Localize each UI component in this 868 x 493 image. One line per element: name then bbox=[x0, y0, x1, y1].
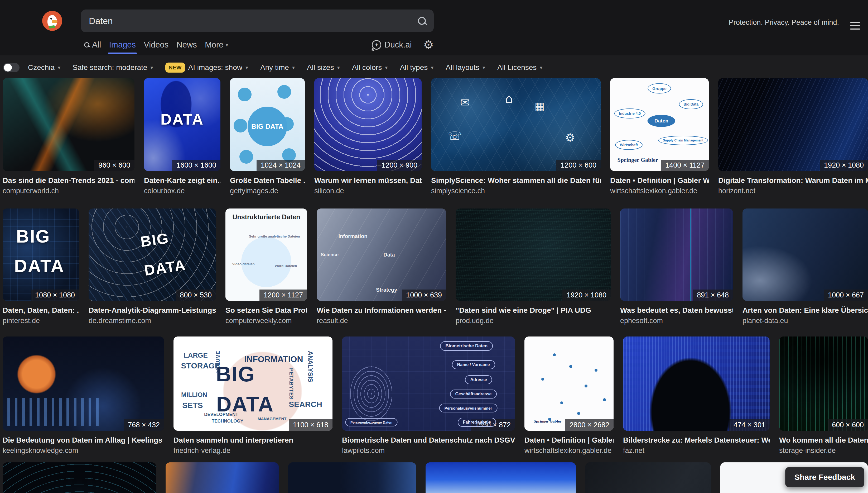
result-thumbnail[interactable] bbox=[585, 463, 711, 493]
filter-any-time[interactable]: Any time▾ bbox=[260, 63, 295, 72]
result-domain[interactable]: gettyimages.de bbox=[230, 187, 305, 195]
result-thumbnail[interactable]: BIGDATA800 × 530 bbox=[89, 209, 216, 301]
filter-all-licenses[interactable]: All Licenses▾ bbox=[497, 63, 542, 72]
filter-ai-images-show[interactable]: NEWAI images: show▾ bbox=[165, 63, 248, 72]
result-title[interactable]: Wo kommen all die Daten ... bbox=[779, 436, 868, 445]
image-result[interactable] bbox=[166, 463, 279, 493]
search-icon[interactable] bbox=[418, 17, 426, 25]
result-domain[interactable]: colourbox.de bbox=[144, 187, 221, 195]
result-title[interactable]: Daten sammeln und interpretieren bbox=[174, 436, 333, 445]
image-result[interactable] bbox=[3, 463, 156, 493]
result-title[interactable]: Große Daten Tabelle ... bbox=[230, 176, 305, 185]
result-thumbnail[interactable] bbox=[3, 463, 156, 493]
result-domain[interactable]: computerworld.ch bbox=[3, 187, 135, 195]
filter-czechia[interactable]: Czechia▾ bbox=[28, 63, 60, 72]
result-thumbnail[interactable]: 1000 × 667 bbox=[743, 209, 868, 301]
result-title[interactable]: Bilderstrecke zu: Merkels Datensteuer: W… bbox=[623, 436, 770, 445]
result-title[interactable]: Daten • Definition | Gabler ... bbox=[524, 436, 614, 445]
result-domain[interactable]: de.dreamstime.com bbox=[89, 317, 216, 325]
image-result[interactable]: BIGDATA1080 × 1080Daten, Daten, Daten: .… bbox=[3, 209, 79, 325]
image-result[interactable]: BIGDATA800 × 530Daten-Analytik-Diagramm-… bbox=[89, 209, 216, 325]
image-result[interactable]: Biometrische DatenName / VornameAdresseG… bbox=[342, 337, 515, 455]
result-domain[interactable]: horizont.net bbox=[718, 187, 868, 195]
result-thumbnail[interactable]: ✉⌂▦☏⚙1200 × 600 bbox=[431, 78, 601, 171]
result-title[interactable]: Daten-Analytik-Diagramm-Leistungs-... bbox=[89, 306, 216, 315]
result-thumbnail[interactable]: 960 × 600 bbox=[3, 78, 135, 171]
filter-all-colors[interactable]: All colors▾ bbox=[352, 63, 388, 72]
result-thumbnail[interactable]: 768 × 432 bbox=[3, 337, 164, 431]
result-title[interactable]: SimplyScience: Woher stammen all die Dat… bbox=[431, 176, 601, 185]
result-domain[interactable]: lawpilots.com bbox=[342, 447, 515, 455]
duckai-button[interactable]: ✦ Duck.ai bbox=[372, 40, 412, 50]
result-title[interactable]: Was bedeutet es, Daten bewusst ... bbox=[620, 306, 733, 315]
image-result[interactable]: 1920 × 1080Digitale Transformation: Waru… bbox=[718, 78, 868, 195]
filter-safe-search-moderate[interactable]: Safe search: moderate▾ bbox=[72, 63, 153, 72]
result-title[interactable]: Warum wir lernen müssen, Date... bbox=[314, 176, 421, 185]
result-domain[interactable]: prod.udg.de bbox=[456, 317, 611, 325]
image-result[interactable] bbox=[585, 463, 711, 493]
tab-images[interactable]: Images bbox=[109, 40, 136, 50]
tab-more[interactable]: More▾ bbox=[205, 40, 228, 50]
image-result[interactable]: 1000 × 667Arten von Daten: Eine klare Üb… bbox=[743, 209, 868, 325]
result-thumbnail[interactable]: 1920 × 1080 bbox=[456, 209, 611, 301]
result-thumbnail[interactable]: 474 × 301 bbox=[623, 337, 770, 431]
result-thumbnail[interactable]: 1920 × 1080 bbox=[718, 78, 868, 171]
tab-all[interactable]: All bbox=[84, 40, 101, 50]
result-domain[interactable]: faz.net bbox=[623, 447, 770, 455]
result-domain[interactable]: keelingsknowledge.com bbox=[3, 447, 164, 455]
duckduckgo-logo[interactable] bbox=[42, 11, 62, 31]
image-result[interactable]: GruppeIndustrie 4.0Big DataDatenWirtscha… bbox=[610, 78, 709, 195]
result-thumbnail[interactable]: 600 × 600 bbox=[779, 337, 868, 431]
tab-videos[interactable]: Videos bbox=[144, 40, 168, 50]
menu-icon[interactable] bbox=[850, 22, 860, 29]
result-thumbnail[interactable] bbox=[166, 463, 279, 493]
image-result[interactable]: Springer Gabler2800 × 2682Daten • Defini… bbox=[524, 337, 614, 455]
result-title[interactable]: Wie Daten zu Informationen werden - R... bbox=[317, 306, 446, 315]
image-result[interactable]: 1200 × 900Warum wir lernen müssen, Date.… bbox=[314, 78, 421, 195]
result-title[interactable]: Daten-Karte zeigt ein... bbox=[144, 176, 221, 185]
result-title[interactable]: Biometrische Daten und Datenschutz nach … bbox=[342, 436, 515, 445]
image-result[interactable]: 768 × 432Die Bedeutung von Daten im Allt… bbox=[3, 337, 164, 455]
search-bar[interactable] bbox=[81, 9, 434, 32]
image-result[interactable]: ✉⌂▦☏⚙1200 × 600SimplyScience: Woher stam… bbox=[431, 78, 601, 195]
image-result[interactable]: 600 × 600Wo kommen all die Daten ...stor… bbox=[779, 337, 868, 455]
result-title[interactable]: Die Bedeutung von Daten im Alltag | Keel… bbox=[3, 436, 164, 445]
result-title[interactable]: Das sind die Daten-Trends 2021 - comp... bbox=[3, 176, 135, 185]
filter-all-types[interactable]: All types▾ bbox=[400, 63, 433, 72]
result-thumbnail[interactable]: Unstrukturierte DatenSehr große analytis… bbox=[225, 209, 307, 301]
image-result[interactable] bbox=[426, 463, 576, 493]
image-result[interactable]: 1920 × 1080"Daten sind wie eine Droge" |… bbox=[456, 209, 611, 325]
image-result[interactable]: 960 × 600Das sind die Daten-Trends 2021 … bbox=[3, 78, 135, 195]
result-thumbnail[interactable]: BIG DATA1024 × 1024 bbox=[230, 78, 305, 171]
filters-toggle[interactable] bbox=[3, 63, 20, 72]
result-title[interactable]: Daten, Daten, Daten: ... bbox=[3, 306, 79, 315]
result-domain[interactable]: wirtschaftslexikon.gabler.de bbox=[524, 447, 614, 455]
image-result[interactable]: DATA1600 × 1600Daten-Karte zeigt ein...c… bbox=[144, 78, 221, 195]
result-thumbnail[interactable]: BIGDATA1080 × 1080 bbox=[3, 209, 79, 301]
result-title[interactable]: Daten • Definition | Gabler Wi... bbox=[610, 176, 709, 185]
result-title[interactable]: So setzen Sie Data Prot... bbox=[225, 306, 307, 315]
result-domain[interactable]: planet-data.eu bbox=[743, 317, 868, 325]
result-thumbnail[interactable]: LARGESTORAGEVOLUMEMILLIONSETSBIGDATAINFO… bbox=[174, 337, 333, 431]
image-result[interactable] bbox=[288, 463, 416, 493]
result-domain[interactable]: storage-insider.de bbox=[779, 447, 868, 455]
result-thumbnail[interactable]: Biometrische DatenName / VornameAdresseG… bbox=[342, 337, 515, 431]
filter-all-sizes[interactable]: All sizes▾ bbox=[307, 63, 340, 72]
image-result[interactable]: 474 × 301Bilderstrecke zu: Merkels Daten… bbox=[623, 337, 770, 455]
result-thumbnail[interactable]: GruppeIndustrie 4.0Big DataDatenWirtscha… bbox=[610, 78, 709, 171]
image-result[interactable]: Unstrukturierte DatenSehr große analytis… bbox=[225, 209, 307, 325]
image-result[interactable]: LARGESTORAGEVOLUMEMILLIONSETSBIGDATAINFO… bbox=[174, 337, 333, 455]
result-thumbnail[interactable]: InformationScienceDataStrategy1000 × 639 bbox=[317, 209, 446, 301]
image-result[interactable]: InformationScienceDataStrategy1000 × 639… bbox=[317, 209, 446, 325]
result-thumbnail[interactable]: 1200 × 900 bbox=[314, 78, 421, 171]
result-title[interactable]: Digitale Transformation: Warum Daten im … bbox=[718, 176, 868, 185]
result-domain[interactable]: computerweekly.com bbox=[225, 317, 307, 325]
result-domain[interactable]: pinterest.de bbox=[3, 317, 79, 325]
image-result[interactable]: BIG DATA1024 × 1024Große Daten Tabelle .… bbox=[230, 78, 305, 195]
result-domain[interactable]: simplyscience.ch bbox=[431, 187, 601, 195]
result-title[interactable]: Arten von Daten: Eine klare Übersicht... bbox=[743, 306, 868, 315]
result-thumbnail[interactable]: Springer Gabler2800 × 2682 bbox=[524, 337, 614, 431]
result-thumbnail[interactable]: 891 × 648 bbox=[620, 209, 733, 301]
result-domain[interactable]: silicon.de bbox=[314, 187, 421, 195]
filter-all-layouts[interactable]: All layouts▾ bbox=[446, 63, 485, 72]
